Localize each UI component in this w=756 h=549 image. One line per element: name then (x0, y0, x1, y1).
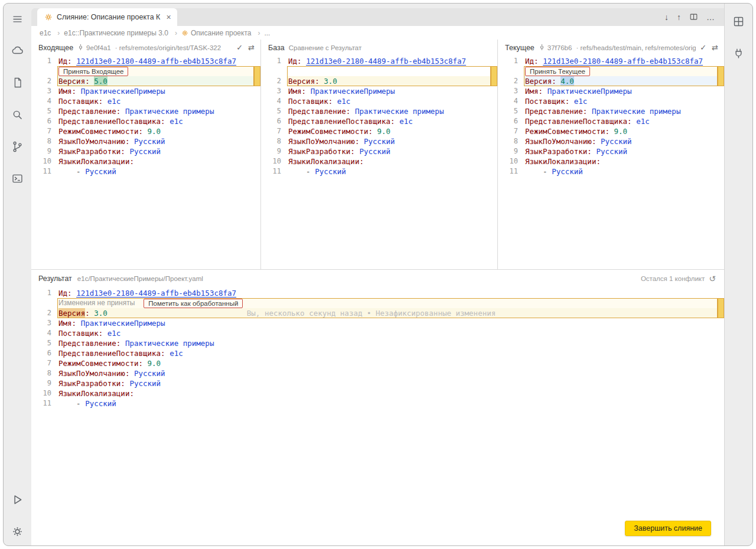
accept-all-icon[interactable]: ✓ (236, 43, 243, 52)
code-token: Русский (596, 146, 627, 156)
code-token: e1c (399, 116, 413, 126)
code-token: : (596, 156, 601, 166)
merge-panes: Входящее 9e0f4a1 refs/remotes/origin/tes… (31, 40, 724, 270)
code-token: : (161, 116, 170, 126)
line-content: Представление: Практические примеры (518, 106, 724, 116)
code-token: e1c (107, 328, 121, 338)
code-line: 6ПредставлениеПоставщика: e1c (261, 116, 497, 126)
compare-icon[interactable]: ⇄ (712, 43, 718, 52)
breadcrumb-item[interactable]: e1c (40, 29, 64, 37)
git-branch-icon[interactable] (11, 139, 25, 153)
cloud-icon[interactable] (11, 44, 25, 58)
line-content: Поставщик: e1c (281, 96, 497, 106)
menu-icon[interactable] (11, 12, 25, 26)
breadcrumb-item[interactable]: e1c::Практические примеры 3.0 (64, 29, 181, 37)
line-number: 6 (31, 116, 51, 126)
code-token: Русский (315, 166, 346, 177)
result-editor[interactable]: 1Ид: 121d13e0-2180-4489-affb-eb4b153c8fa… (31, 286, 724, 545)
breadcrumb-item[interactable]: Описание проекта (181, 29, 265, 37)
undo-icon[interactable]: ↺ (709, 274, 716, 283)
tab-merge[interactable]: Слияние: Описание проекта К × (37, 8, 177, 26)
code-token: Версия (58, 76, 85, 86)
code-line: 3Имя: ПрактическиеПримеры (498, 86, 724, 96)
changes-not-accepted-label: Изменения не приняты (58, 298, 135, 308)
line-number: 8 (498, 136, 518, 146)
code-token: 121d13e0-2180-4489-affb-eb4b153c8fa7 (543, 56, 703, 66)
code-token: РежимСовместимости (288, 126, 368, 136)
compare-icon[interactable]: ⇄ (248, 43, 255, 52)
code-token: 121d13e0-2180-4489-affb-eb4b153c8fa7 (76, 288, 236, 298)
code-token: e1c (636, 116, 650, 126)
line-number: 4 (498, 96, 518, 106)
code-token: 3.0 (94, 308, 107, 318)
code-line: 10ЯзыкиЛокализации: (261, 156, 497, 166)
code-token: РежимСовместимости (58, 126, 138, 136)
code-token: ЯзыкРазработки (58, 146, 120, 156)
code-token: : (539, 86, 548, 96)
pane-title: Входящее (38, 44, 73, 52)
next-diff-icon[interactable]: ↓ (664, 13, 669, 21)
line-content: Представление: Практические примеры (281, 106, 497, 116)
explorer-file-icon[interactable] (11, 76, 25, 90)
blame-annotation: Вы, несколько секунд назад • Незафиксиро… (247, 308, 496, 318)
plug-icon[interactable] (732, 46, 746, 60)
code-token: Русский (85, 166, 116, 177)
line-content: Имя: ПрактическиеПримеры (51, 86, 260, 96)
finish-merge-button[interactable]: Завершить слияние (625, 521, 711, 536)
accept-incoming-button[interactable]: Принять Входящее (58, 67, 128, 76)
code-token: Русский (552, 166, 583, 177)
conflict-block: 2Версия: 3.0 (261, 66, 497, 86)
code-token: : (116, 338, 125, 348)
more-actions-icon[interactable]: … (706, 13, 715, 21)
line-content: ЯзыкиЛокализации: (51, 388, 724, 398)
line-number: 5 (31, 338, 51, 348)
code-token: ЯзыкиЛокализации (525, 156, 596, 166)
code-token: Версия (288, 76, 315, 86)
table-grid-icon[interactable] (732, 14, 746, 28)
code-token: : (85, 308, 94, 318)
code-token: Ид (525, 56, 534, 66)
code-token: ПрактическиеПримеры (311, 86, 395, 96)
code-token: Русский (134, 136, 165, 146)
code-token: : (552, 76, 561, 86)
accept-current-button[interactable]: Принять Текущее (525, 67, 590, 76)
line-number: 4 (261, 96, 281, 106)
code-line: 5Представление: Практические примеры (498, 106, 724, 116)
settings-gear-icon[interactable] (11, 524, 25, 538)
code-token: Русский (364, 136, 395, 146)
line-content: - Русский (51, 166, 260, 177)
pane-title: Текущее (505, 44, 535, 52)
code-line: 5Представление: Практические примеры (261, 106, 497, 116)
result-pane: Результат e1c/ПрактическиеПримеры/Проект… (31, 270, 724, 545)
close-icon[interactable]: × (166, 12, 171, 22)
code-token: ЯзыкПоУмолчанию (525, 136, 592, 146)
code-token: : (72, 318, 81, 328)
breadcrumb-item[interactable]: ... (264, 29, 270, 37)
code-token: 9.0 (148, 126, 161, 136)
line-content: Ид: 121d13e0-2180-4489-affb-eb4b153c8fa7 (51, 288, 724, 298)
debug-console-icon[interactable] (11, 171, 25, 185)
line-number: 10 (31, 156, 51, 166)
search-icon[interactable] (11, 107, 25, 122)
line-number: 5 (31, 106, 51, 116)
code-token: Имя (58, 318, 72, 328)
accept-all-icon[interactable]: ✓ (700, 43, 706, 52)
prev-diff-icon[interactable]: ↑ (677, 13, 681, 21)
code-token: Представление (525, 106, 583, 116)
code-line: 4Поставщик: e1c (261, 96, 497, 106)
code-token: ПрактическиеПримеры (81, 318, 165, 328)
split-editor-icon[interactable] (689, 12, 698, 22)
code-token: Ид (58, 56, 67, 66)
conflicts-remaining-label: Остался 1 конфликт (641, 275, 705, 282)
line-content: Принять Входящее (57, 67, 254, 76)
incoming-editor[interactable]: 1Ид: 121d13e0-2180-4489-affb-eb4b153c8fa… (31, 54, 260, 269)
base-editor[interactable]: 1Ид: 121d13e0-2180-4489-affb-eb4b153c8fa… (261, 54, 497, 269)
code-token: : (368, 126, 377, 136)
code-line: 10ЯзыкиЛокализации: (498, 156, 724, 166)
code-line: 10ЯзыкиЛокализации: (31, 388, 724, 398)
run-icon[interactable] (11, 492, 25, 506)
mark-resolved-button[interactable]: Пометить как обработанный (144, 299, 243, 308)
line-content: ЯзыкиЛокализации: (518, 156, 724, 166)
line-number: 3 (261, 86, 281, 96)
current-editor[interactable]: 1Ид: 121d13e0-2180-4489-affb-eb4b153c8fa… (498, 54, 724, 269)
